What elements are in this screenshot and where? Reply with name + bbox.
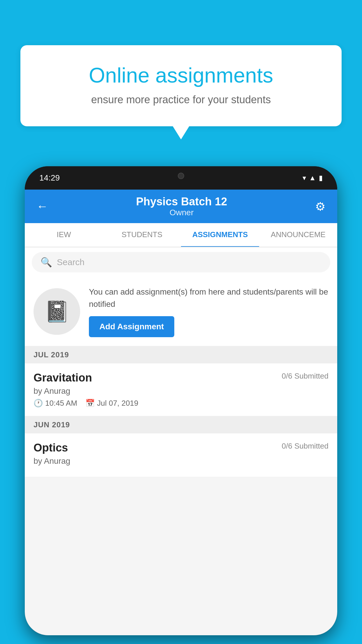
tab-iew[interactable]: IEW xyxy=(25,223,103,247)
month-header-jul: JUL 2019 xyxy=(25,346,337,363)
clock-icon: 🕐 xyxy=(34,399,43,408)
promo-content: You can add assignment(s) from here and … xyxy=(89,286,328,337)
promo-card: 📓 You can add assignment(s) from here an… xyxy=(25,277,337,346)
settings-icon[interactable]: ⚙ xyxy=(315,200,326,213)
promo-text: You can add assignment(s) from here and … xyxy=(89,286,328,310)
speech-bubble-subtitle: ensure more practice for your students xyxy=(44,94,318,106)
assignment-meta: 🕐 10:45 AM 📅 Jul 07, 2019 xyxy=(34,399,328,408)
battery-icon: ▮ xyxy=(319,174,323,182)
assignment-item-optics[interactable]: Optics 0/6 Submitted by Anurag xyxy=(25,433,337,477)
tab-assignments[interactable]: ASSIGNMENTS xyxy=(181,223,259,247)
tabs-bar: IEW STUDENTS ASSIGNMENTS ANNOUNCEME xyxy=(25,223,337,247)
status-icons: ▾ ▲ ▮ xyxy=(303,174,323,182)
back-button[interactable]: ← xyxy=(36,200,48,213)
wifi-icon: ▾ xyxy=(303,174,306,182)
speech-bubble: Online assignments ensure more practice … xyxy=(20,45,342,126)
time-meta: 🕐 10:45 AM xyxy=(34,399,77,408)
assignment-time: 10:45 AM xyxy=(45,399,77,408)
tab-students[interactable]: STUDENTS xyxy=(103,223,181,247)
status-time: 14:29 xyxy=(39,173,60,183)
date-meta: 📅 Jul 07, 2019 xyxy=(85,399,138,408)
assignment-item-gravitation[interactable]: Gravitation 0/6 Submitted by Anurag 🕐 10… xyxy=(25,363,337,416)
assignment-date: Jul 07, 2019 xyxy=(97,399,138,408)
assignment-name-optics: Optics xyxy=(34,442,68,454)
add-assignment-button[interactable]: Add Assignment xyxy=(89,316,174,337)
status-bar: 14:29 ▾ ▲ ▮ xyxy=(25,166,337,190)
submitted-badge: 0/6 Submitted xyxy=(282,372,328,381)
phone-notch xyxy=(152,166,210,182)
phone-screen: ← Physics Batch 12 Owner ⚙ IEW STUDENTS … xyxy=(25,190,337,635)
speech-bubble-container: Online assignments ensure more practice … xyxy=(20,45,342,126)
search-icon: 🔍 xyxy=(41,257,52,268)
assignment-author-optics: by Anurag xyxy=(34,456,328,466)
header-title-block: Physics Batch 12 Owner xyxy=(136,195,227,217)
assignment-row-top-optics: Optics 0/6 Submitted xyxy=(34,442,328,454)
assignment-name: Gravitation xyxy=(34,372,92,384)
search-placeholder: Search xyxy=(57,257,85,267)
front-camera xyxy=(178,173,184,179)
phone-frame: 14:29 ▾ ▲ ▮ ← Physics Batch 12 Owner ⚙ I… xyxy=(25,166,337,635)
speech-bubble-title: Online assignments xyxy=(44,63,318,88)
notebook-icon: 📓 xyxy=(44,300,70,323)
submitted-badge-optics: 0/6 Submitted xyxy=(282,442,328,451)
app-header: ← Physics Batch 12 Owner ⚙ xyxy=(25,190,337,223)
calendar-icon: 📅 xyxy=(85,399,95,408)
signal-icon: ▲ xyxy=(309,174,316,182)
assignment-row-top: Gravitation 0/6 Submitted xyxy=(34,372,328,384)
batch-name: Physics Batch 12 xyxy=(136,195,227,208)
search-bar[interactable]: 🔍 Search xyxy=(32,252,330,272)
user-role: Owner xyxy=(136,208,227,217)
search-container: 🔍 Search xyxy=(25,247,337,277)
month-header-jun: JUN 2019 xyxy=(25,416,337,433)
promo-icon-circle: 📓 xyxy=(34,288,80,335)
assignment-author: by Anurag xyxy=(34,386,328,396)
tab-announcements[interactable]: ANNOUNCEME xyxy=(259,223,337,247)
